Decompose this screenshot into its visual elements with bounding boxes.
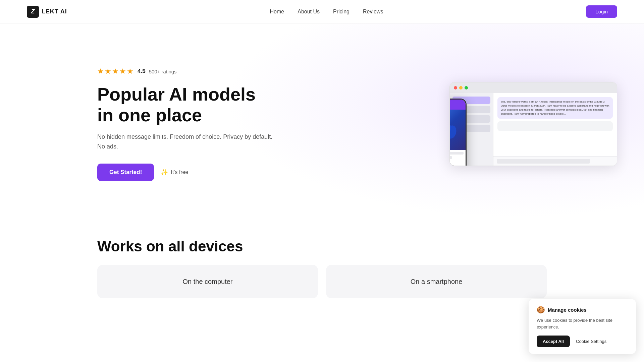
cookie-banner: 🍪 Manage cookies We use cookies to provi… xyxy=(529,299,636,312)
hero-content: ★★★★★ 4.5 500+ ratings Popular AI models… xyxy=(97,67,278,181)
hero-section: ★★★★★ 4.5 500+ ratings Popular AI models… xyxy=(0,23,644,218)
nav-links: Home About Us Pricing Reviews xyxy=(270,9,383,15)
close-dot xyxy=(454,86,457,89)
desktop-mockup: Yes, this feature works. I am an Artific… xyxy=(449,82,617,166)
nav-reviews[interactable]: Reviews xyxy=(363,9,383,15)
logo-icon xyxy=(27,6,39,18)
nav-home[interactable]: Home xyxy=(270,9,284,15)
wand-icon: ✨ xyxy=(161,169,168,176)
hero-mockup: Yes, this feature works. I am an Artific… xyxy=(449,82,617,166)
mobile-mockup xyxy=(449,99,467,166)
mobile-screen xyxy=(449,100,466,166)
free-label-row: ✨ It's free xyxy=(161,169,188,176)
navbar: LEKT AI Home About Us Pricing Reviews Lo… xyxy=(0,0,644,23)
mobile-image xyxy=(449,110,466,150)
mobile-chat-content xyxy=(449,150,466,166)
cookie-title: Manage cookies xyxy=(548,307,587,312)
hero-subtitle: No hidden message limits. Freedom of cho… xyxy=(97,132,278,152)
chat-bubble-ai: Yes, this feature works. I am an Artific… xyxy=(497,97,613,119)
smartphone-card: On a smartphone xyxy=(326,265,547,298)
mockup-main: Yes, this feature works. I am an Artific… xyxy=(493,93,617,166)
computer-card: On the computer xyxy=(97,265,318,298)
cookie-icon: 🍪 xyxy=(537,306,545,312)
devices-title: Works on all devices xyxy=(97,238,547,255)
logo-link[interactable]: LEKT AI xyxy=(27,6,67,18)
rating-count: 500+ ratings xyxy=(149,69,177,74)
hero-cta: Get Started! ✨ It's free xyxy=(97,164,278,181)
hero-title: Popular AI models in one place xyxy=(97,84,278,125)
chat-bubble-user: ... xyxy=(497,121,613,131)
maximize-dot xyxy=(465,86,468,89)
mobile-line-2 xyxy=(449,156,452,159)
free-label: It's free xyxy=(171,169,188,175)
computer-card-label: On the computer xyxy=(183,278,233,286)
smartphone-card-label: On a smartphone xyxy=(411,278,463,286)
nav-about[interactable]: About Us xyxy=(298,9,320,15)
cookie-header: 🍪 Manage cookies xyxy=(537,306,628,312)
mobile-header xyxy=(449,100,466,110)
mockup-chat-input-bar xyxy=(493,156,617,166)
mobile-img-overlay xyxy=(449,110,466,150)
get-started-button[interactable]: Get Started! xyxy=(97,164,154,181)
login-button[interactable]: Login xyxy=(586,5,617,18)
svg-point-7 xyxy=(449,124,458,140)
mobile-line-1 xyxy=(449,152,464,155)
chat-input-placeholder xyxy=(497,159,590,164)
bird-image xyxy=(449,115,460,145)
devices-section: Works on all devices On the computer On … xyxy=(0,218,644,312)
mockup-body: Yes, this feature works. I am an Artific… xyxy=(450,93,617,166)
logo-text: LEKT AI xyxy=(42,8,67,15)
rating-row: ★★★★★ 4.5 500+ ratings xyxy=(97,67,278,76)
minimize-dot xyxy=(459,86,463,89)
star-rating: ★★★★★ xyxy=(97,67,134,76)
mockup-topbar xyxy=(450,82,617,93)
rating-score: 4.5 xyxy=(138,68,146,75)
nav-pricing[interactable]: Pricing xyxy=(333,9,350,15)
device-cards: On the computer On a smartphone xyxy=(97,265,547,298)
